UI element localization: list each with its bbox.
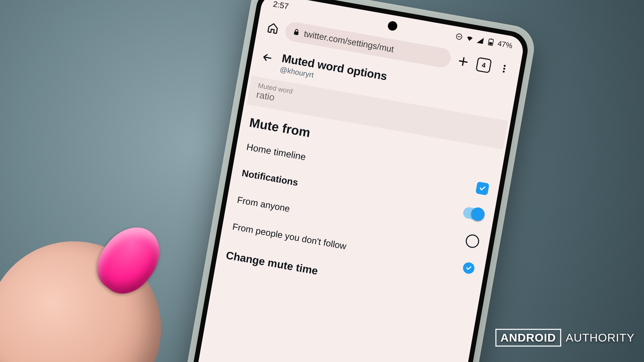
arrow-left-icon bbox=[261, 51, 274, 64]
back-button[interactable] bbox=[259, 49, 276, 66]
toggle-knob bbox=[470, 206, 486, 222]
tab-count: 4 bbox=[476, 57, 492, 73]
check-icon bbox=[465, 264, 473, 272]
status-time: 2:57 bbox=[272, 0, 289, 11]
watermark-left: ANDROID bbox=[495, 329, 561, 347]
new-tab-icon[interactable] bbox=[454, 52, 473, 71]
dnd-icon bbox=[455, 33, 463, 41]
kebab-menu-icon[interactable] bbox=[495, 59, 514, 78]
svg-point-7 bbox=[503, 68, 505, 70]
lock-icon bbox=[292, 28, 301, 36]
radio-from-anyone[interactable] bbox=[465, 233, 480, 249]
tab-switcher-button[interactable]: 4 bbox=[474, 56, 493, 75]
svg-rect-4 bbox=[491, 39, 492, 40]
watermark: ANDROID AUTHORITY bbox=[495, 329, 635, 347]
phone-bezel: 2:57 47% bbox=[164, 0, 531, 362]
watermark-right: AUTHORITY bbox=[566, 331, 635, 344]
battery-icon bbox=[487, 38, 495, 46]
check-icon bbox=[478, 184, 487, 192]
svg-rect-3 bbox=[489, 42, 492, 45]
toggle-notifications[interactable] bbox=[462, 206, 485, 221]
signal-icon bbox=[476, 36, 484, 45]
page-content: Muted word options @khouryrt Muted word … bbox=[170, 41, 517, 362]
home-icon[interactable] bbox=[264, 19, 282, 38]
svg-point-8 bbox=[502, 70, 505, 73]
battery-percent: 47% bbox=[497, 39, 513, 50]
row-label: Home timeline bbox=[246, 141, 307, 163]
phone-case: 2:57 47% bbox=[157, 0, 538, 362]
svg-line-1 bbox=[458, 36, 461, 37]
radio-from-nonfollow[interactable] bbox=[462, 261, 475, 275]
wifi-icon bbox=[466, 34, 474, 43]
row-label: Notifications bbox=[241, 168, 299, 188]
svg-point-6 bbox=[503, 65, 506, 67]
checkbox-home-timeline[interactable] bbox=[475, 181, 489, 195]
row-label: From anyone bbox=[236, 195, 291, 214]
phone-screen: 2:57 47% bbox=[170, 0, 525, 362]
